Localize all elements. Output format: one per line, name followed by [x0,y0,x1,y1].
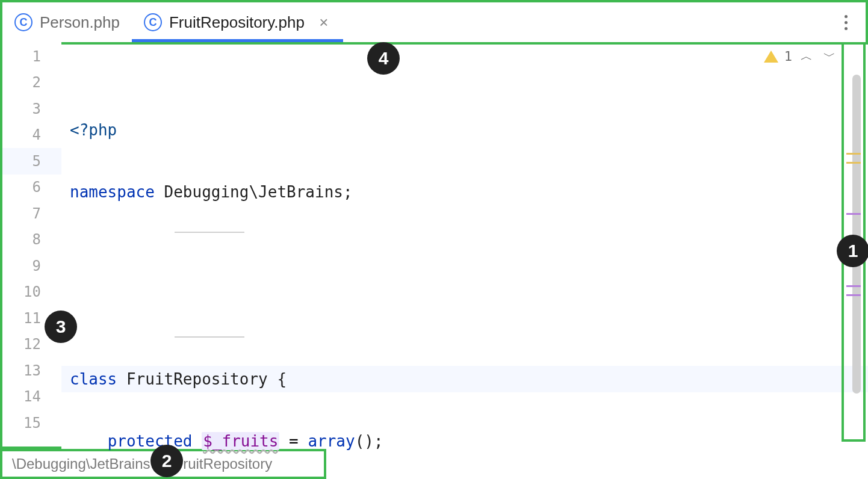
callout-badge-2: 2 [150,445,183,477]
code-line[interactable]: class FruitRepository { [61,366,868,392]
inspections-widget[interactable]: 1 ︿ ﹀ [764,47,838,66]
line-number[interactable]: 3 [2,96,61,122]
tab-fruitrepository[interactable]: C FruitRepository.php × [132,2,343,42]
scrollbar-thumb[interactable] [852,75,861,394]
gutter[interactable]: 1 2 3 4 5 6 7 8 9 10 11 12 13 14 15 [0,42,61,449]
line-number[interactable]: 4 [2,122,61,149]
line-number[interactable]: 9 [2,253,61,279]
code-line[interactable] [61,241,868,268]
tab-actions [840,10,866,35]
warning-icon [764,51,778,63]
line-number[interactable]: 2 [2,70,61,96]
tab-label: Person.php [40,13,120,32]
code-line[interactable] [61,304,868,330]
code-line[interactable]: namespace Debugging\JetBrains; [61,179,868,206]
php-class-icon: C [144,13,162,31]
editor: 1 2 3 4 5 6 7 8 9 10 11 12 13 14 15 1 ︿ … [0,42,868,449]
stripe-mark-hint[interactable] [846,285,861,287]
php-class-icon: C [14,13,33,31]
code-line[interactable]: protected $_fruits = array(); [61,428,868,455]
stripe-mark-hint[interactable] [846,213,861,215]
callout-badge-3: 3 [45,311,77,343]
more-icon[interactable] [840,10,852,35]
stripe-mark-warning[interactable] [846,162,861,164]
chevron-up-icon[interactable]: ︿ [798,47,815,66]
line-number[interactable]: 7 [2,200,61,227]
line-number[interactable]: 14 [2,384,61,410]
callout-badge-1: 1 [837,235,868,267]
line-number[interactable]: 6 [2,175,61,201]
code-line[interactable]: <?php [61,117,868,143]
chevron-down-icon[interactable]: ﹀ [821,47,838,66]
warning-count: 1 [784,49,792,64]
code-editor[interactable]: 1 ︿ ﹀ <?php namespace Debugging\JetBrain… [61,42,868,449]
editor-tab-bar: C Person.php C FruitRepository.php × [0,0,868,42]
tab-person[interactable]: C Person.php [2,2,132,42]
method-separator [175,232,244,233]
method-separator [175,336,244,338]
stripe-mark-hint[interactable] [846,294,861,296]
tab-label: FruitRepository.php [169,13,305,32]
stripe-mark-warning[interactable] [846,153,861,155]
callout-badge-4: 4 [367,42,400,75]
line-number[interactable]: 10 [2,279,61,306]
line-number[interactable]: 5 [2,148,61,175]
close-tab-icon[interactable]: × [317,13,331,32]
line-number[interactable]: 13 [2,357,61,384]
line-number[interactable]: 8 [2,227,61,253]
line-number[interactable]: 15 [2,410,61,436]
line-number[interactable]: 1 [2,43,61,70]
